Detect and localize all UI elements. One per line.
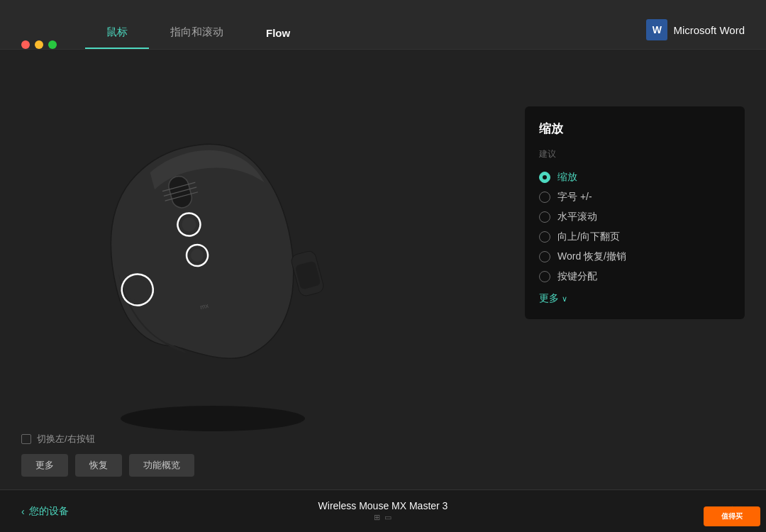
maximize-button[interactable]	[48, 40, 57, 49]
action-buttons: 更多 恢复 功能概览	[21, 454, 404, 477]
dropdown-item-wordundo[interactable]: Word 恢复/撤销	[539, 247, 731, 267]
device-icons: ⊞ ▭	[318, 513, 448, 522]
radio-wordundo	[539, 251, 550, 262]
main-content: mx 切换左/右按钮 更多 恢复 功能概览 缩放 建议 缩放	[0, 50, 766, 489]
footer: ‹ 您的设备 Wireless Mouse MX Master 3 ⊞ ▭ 登录	[0, 489, 766, 532]
bottom-controls: 切换左/右按钮 更多 恢复 功能概览	[0, 419, 426, 489]
overview-button[interactable]: 功能概览	[129, 454, 194, 477]
chevron-down-icon: ∨	[562, 294, 567, 304]
back-button[interactable]: ‹ 您的设备	[21, 505, 69, 518]
tab-mouse[interactable]: 鼠标	[85, 16, 149, 49]
word-app-icon: W	[646, 19, 667, 40]
switch-label-row: 切换左/右按钮	[21, 433, 404, 445]
restore-button[interactable]: 恢复	[75, 454, 122, 477]
radio-hscroll	[539, 211, 550, 223]
tab-flow[interactable]: Flow	[245, 17, 311, 49]
nav-tabs: 鼠标 指向和滚动 Flow W Microsoft Word	[0, 0, 766, 50]
app-selector[interactable]: W Microsoft Word	[646, 19, 745, 49]
footer-center: Wireless Mouse MX Master 3 ⊞ ▭	[318, 500, 448, 522]
radio-pagescroll	[539, 231, 550, 243]
dropdown-item-zoom[interactable]: 缩放	[539, 167, 731, 187]
dropdown-item-fontsize[interactable]: 字号 +/-	[539, 187, 731, 207]
minimize-button[interactable]	[35, 40, 43, 49]
dropdown-more-link[interactable]: 更多 ∨	[539, 292, 731, 305]
dropdown-section-label: 建议	[539, 148, 731, 160]
dropdown-title: 缩放	[539, 121, 731, 137]
switch-label-text: 切换左/右按钮	[37, 433, 95, 445]
battery-icon: ▭	[384, 513, 392, 522]
more-button[interactable]: 更多	[21, 454, 68, 477]
back-arrow-icon: ‹	[21, 506, 25, 517]
device-name: Wireless Mouse MX Master 3	[318, 500, 448, 511]
dropdown-item-keybind[interactable]: 按键分配	[539, 267, 731, 287]
radio-zoom	[539, 172, 550, 183]
watermark: 值得买	[704, 506, 760, 526]
traffic-lights	[21, 40, 57, 49]
bluetooth-icon: ⊞	[374, 513, 380, 522]
dropdown-item-pagescroll[interactable]: 向上/向下翻页	[539, 227, 731, 247]
switch-checkbox[interactable]	[21, 434, 31, 444]
dropdown-item-hscroll[interactable]: 水平滚动	[539, 207, 731, 227]
radio-keybind	[539, 271, 550, 282]
dropdown-panel: 缩放 建议 缩放 字号 +/- 水平滚动 向上/向下翻页 Word 恢复/撤销 …	[525, 106, 745, 319]
radio-fontsize	[539, 192, 550, 203]
close-button[interactable]	[21, 40, 30, 49]
tab-pointer[interactable]: 指向和滚动	[149, 16, 245, 49]
mouse-svg: mx	[71, 106, 355, 433]
